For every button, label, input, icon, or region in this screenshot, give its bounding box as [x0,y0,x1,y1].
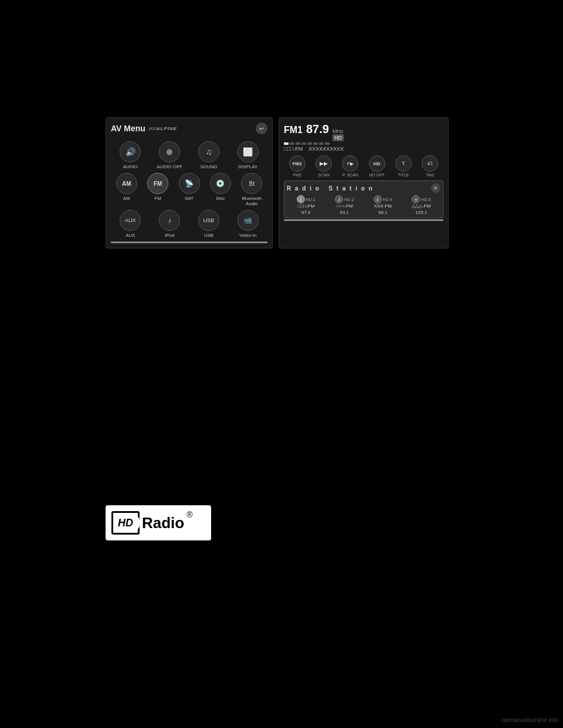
hd6-label: HD-6 [421,198,430,202]
av-menu-panel: AV Menu ////ALPINE ↩ 🔊 AUDIO ⊗ AUDIO OFF… [106,117,273,249]
station-hd1[interactable]: 1 HD-1 □□□-FM 87.9 [289,195,324,215]
fm2-label: FM2 [293,173,301,177]
av-item-am-label: AM [123,196,130,201]
fm-station-name-row: □□□-FM XXXXXXXXXX [284,146,443,152]
p-scan-button[interactable]: P▶ P. SCAN [339,155,361,177]
disc-icon: 💿 [210,173,231,194]
sound-icon: ♫ [198,141,219,162]
av-item-display-label: DISPLAY [238,164,257,169]
progress-dot-8 [325,142,330,145]
hd-off-icon: HD [369,155,385,172]
hd-off-label: HD OFF [369,173,385,177]
hd-logo-cutout [134,516,140,530]
am-icon: AM [116,173,137,194]
av-item-audio-off[interactable]: ⊗ AUDIO OFF [154,141,186,169]
fm-controls-row: FM2 FM2 ▶▶ SCAN P▶ P. SCAN HD HD OFF T T… [284,155,443,177]
radio-registered-mark: ® [186,510,192,519]
av-item-usb[interactable]: USB USB [192,210,225,238]
station-hd4[interactable]: 3 HD-4 XXX-FM 98.1 [365,195,401,215]
station-hd2[interactable]: 2 HD-2 ○○○-FM 93.1 [327,195,362,215]
back-button[interactable]: ↩ [256,123,267,134]
av-item-fm-label: FM [154,196,161,201]
radio-station-box: R a d i o S t a t i o n ✕ 1 HD-1 □□□-FM … [284,181,443,218]
progress-dot-3 [296,142,300,145]
hd6-badge: 4 HD-6 [412,195,430,203]
progress-dot-7 [319,142,324,145]
hd2-label: HD-2 [344,198,354,202]
av-menu-header: AV Menu ////ALPINE ↩ [111,123,267,137]
hd4-badge: 3 HD-4 [374,195,392,203]
sat-icon: 📡 [179,173,200,194]
radio-station-header: R a d i o S t a t i o n ✕ [287,183,440,193]
av-menu-row-3: AUX AUX ♪ iPod USB USB 📹 Video In [111,210,267,238]
fm-icon: FM [147,173,168,194]
av-menu-row-2: AM AM FM FM 📡 SAT 💿 Disc Bt Bluetooth Au… [111,173,267,206]
fm-header: FM1 87.9 MHz HD [284,123,443,141]
hd6-number: 4 [412,195,420,203]
radio-station-title: R a d i o S t a t i o n [287,185,374,192]
hd4-station-name: XXX-FM [374,203,392,209]
av-item-ipod-label: iPod [165,233,174,238]
av-item-aux[interactable]: AUX AUX [114,210,147,238]
fm-rds-text: XXXXXXXXXX [308,146,344,152]
progress-dot-5 [307,142,312,145]
fm-progress-bar [284,142,443,145]
ipod-icon: ♪ [159,210,180,231]
radio-station-close-button[interactable]: ✕ [431,183,440,193]
av-item-am[interactable]: AM AM [111,173,142,206]
av-item-sat[interactable]: 📡 SAT [174,173,205,206]
hd4-number: 3 [374,195,382,203]
av-item-fm[interactable]: FM FM [142,173,173,206]
av-item-ipod[interactable]: ♪ iPod [154,210,186,238]
av-item-video-in[interactable]: 📹 Video In [232,210,264,238]
tag-icon: 🏷 [422,155,438,172]
av-item-sound-label: SOUND [200,164,217,169]
hd1-freq: 87.9 [301,210,311,215]
tag-label: TAG [426,173,434,177]
fm-mhz-area: MHz HD [333,128,344,141]
hd-logo-text: HD [118,517,133,529]
aux-icon: AUX [120,210,141,231]
bluetooth-audio-icon: Bt [241,173,262,194]
title-label: TITLE [398,173,409,177]
scan-button[interactable]: ▶▶ SCAN [313,155,335,177]
title-icon: T [395,155,412,172]
fm2-button[interactable]: FM2 FM2 [286,155,308,177]
hd1-station-name: □□□-FM [297,203,314,209]
progress-dot-4 [301,142,306,145]
hd-off-button[interactable]: HD HD OFF [366,155,388,177]
scan-icon: ▶▶ [316,155,332,172]
hd2-freq: 93.1 [340,210,349,215]
usb-icon: USB [198,210,219,231]
fm-mhz-label: MHz [333,128,344,134]
av-item-bluetooth-audio-label: Bluetooth Audio [236,196,267,206]
progress-dot-1 [284,142,289,145]
fm-band: FM1 [284,125,303,135]
av-item-disc[interactable]: 💿 Disc [205,173,236,206]
watermark: carmanualsonline.info [501,717,558,723]
av-item-audio[interactable]: 🔊 AUDIO [114,141,147,169]
title-button[interactable]: T TITLE [392,155,415,177]
station-hd6[interactable]: 4 HD-6 △△△-FM 105.1 [403,195,439,215]
av-item-bluetooth-audio[interactable]: Bt Bluetooth Audio [236,173,267,206]
hd6-station-name: △△△-FM [412,203,430,209]
hd1-label: HD-1 [306,198,316,202]
hd2-badge: 2 HD-2 [335,195,354,203]
av-menu-row-1: 🔊 AUDIO ⊗ AUDIO OFF ♫ SOUND ⬜ DISPLAY [111,141,267,169]
fm-hd-indicator: HD [333,134,344,141]
av-item-sound[interactable]: ♫ SOUND [192,141,225,169]
hd2-number: 2 [335,195,343,203]
av-item-audio-off-label: AUDIO OFF [157,164,182,169]
hd2-station-name: ○○○-FM [336,203,353,209]
hd1-number: 1 [297,195,305,203]
tag-button[interactable]: 🏷 TAG [419,155,441,177]
hd4-label: HD-4 [383,198,392,202]
radio-stations-list: 1 HD-1 □□□-FM 87.9 2 HD-2 ○○○-FM 93.1 [287,195,440,215]
fm-station-prefix: □□□-FM [284,146,303,152]
av-menu-title: AV Menu ////ALPINE [111,124,177,133]
alpine-logo: ////ALPINE [149,126,177,131]
av-item-video-in-label: Video In [239,233,256,238]
av-item-disc-label: Disc [216,196,225,201]
av-item-display[interactable]: ⬜ DISPLAY [232,141,264,169]
hd-radio-logo: HD Radio ® [106,505,211,540]
